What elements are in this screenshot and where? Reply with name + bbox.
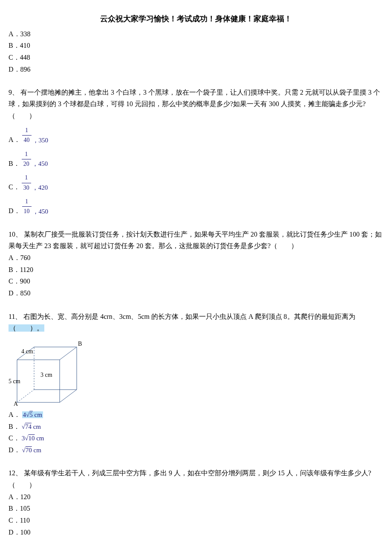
svg-text:4 cm: 4 cm (21, 348, 33, 355)
q11-c-letter: C． (9, 434, 20, 442)
q11-option-a: A． 4√5 cm (9, 409, 383, 420)
q10-option-d: D．850 (9, 288, 383, 299)
q10-option-a: A．760 (9, 252, 383, 263)
q11-blank: （ ）。 (9, 324, 44, 332)
q10-text: 10、 某制衣厂接受一批服装订货任务，按计划天数进行生产，如果每天平均生产 20… (9, 228, 383, 251)
svg-text:3 cm: 3 cm (40, 372, 52, 378)
frac-num: 1 (22, 150, 31, 159)
svg-line-9 (60, 347, 77, 360)
q11-d-formula: √70 cm (22, 447, 41, 454)
q9-c-letter: C． (9, 182, 20, 193)
question-11: 11、 右图为长、宽、高分别是 4crn、3cm、5cm 的长方体，如果一只小虫… (9, 311, 383, 456)
frac-num: 1 (22, 197, 32, 207)
q9-b-letter: B． (9, 158, 20, 169)
frac-den: 20 (22, 159, 31, 169)
q11-text: 11、 右图为长、宽、高分别是 4crn、3cm、5cm 的长方体，如果一只小虫… (9, 311, 383, 334)
fraction-icon: 1 20 (22, 150, 31, 169)
svg-text:5 cm: 5 cm (9, 378, 20, 384)
q8-option-d: D．896 (9, 64, 383, 75)
question-9: 9、 有一个摆地摊的摊主，他拿出 3 个白球，3 个黑球，放在一个袋子里，让人们… (9, 87, 383, 217)
q11-option-d: D． √70 cm (9, 445, 383, 456)
fraction-icon: 1 30 (22, 173, 31, 193)
q10-option-b: B．1120 (9, 264, 383, 275)
fraction-icon: 1 40 (22, 126, 32, 145)
q12-option-d: D．100 (9, 527, 383, 538)
svg-line-11 (17, 390, 34, 402)
q11-b-letter: B． (9, 423, 20, 430)
question-10: 10、 某制衣厂接受一批服装订货任务，按计划天数进行生产，如果每天平均生产 20… (9, 228, 383, 299)
q9-d-value: ，450 (32, 206, 49, 217)
q9-d-letter: D． (9, 205, 20, 217)
frac-num: 1 (22, 126, 32, 136)
q11-a-formula: 4√5 cm (22, 411, 43, 418)
svg-text:B: B (78, 341, 82, 347)
q9-c-value: ，420 (32, 182, 48, 193)
q9-a-letter: A． (9, 134, 20, 145)
cuboid-diagram: 4 cm 3 cm 5 cm A B (9, 336, 85, 407)
q9-option-c: C． 1 30 ，420 (9, 173, 383, 193)
q8-option-b: B．410 (9, 40, 383, 51)
q8-option-a: A．338 (9, 29, 383, 40)
frac-den: 40 (22, 136, 32, 145)
q9-b-value: ，450 (32, 159, 48, 169)
q9-option-a: A． 1 40 ，350 (9, 126, 383, 145)
q9-option-b: B． 1 20 ，450 (9, 150, 383, 169)
cuboid-svg: 4 cm 3 cm 5 cm A B (9, 336, 85, 407)
q11-option-b: B． √74 cm (9, 421, 383, 432)
q10-option-c: C．900 (9, 276, 383, 287)
frac-num: 1 (22, 173, 31, 183)
page-header: 云众祝大家学习愉快！考试成功！身体健康！家庭幸福！ (9, 13, 383, 25)
q12-option-b: B．105 (9, 503, 383, 514)
q11-d-letter: D． (9, 446, 20, 454)
q9-text: 9、 有一个摆地摊的摊主，他拿出 3 个白球，3 个黑球，放在一个袋子里，让人们… (9, 87, 383, 121)
question-12: 12、 某年级有学生若干人，列成三层中空方阵，多出 9 人，如在中空部分增列两层… (9, 467, 383, 538)
q11-text-main: 11、 右图为长、宽、高分别是 4crn、3cm、5cm 的长方体，如果一只小虫… (9, 313, 355, 320)
q9-a-value: ，350 (32, 135, 49, 145)
frac-den: 30 (22, 183, 31, 193)
q11-c-formula: 3√10 cm (22, 435, 44, 442)
svg-text:A: A (14, 401, 18, 407)
q12-option-a: A．120 (9, 491, 383, 503)
q12-option-c: C．110 (9, 515, 383, 526)
q11-a-letter: A． (9, 411, 20, 418)
q11-option-c: C． 3√10 cm (9, 433, 383, 444)
svg-line-10 (60, 390, 77, 402)
q11-b-formula: √74 cm (22, 423, 41, 430)
fraction-icon: 1 10 (22, 197, 32, 217)
frac-den: 10 (22, 207, 32, 216)
q12-text: 12、 某年级有学生若干人，列成三层中空方阵，多出 9 人，如在中空部分增列两层… (9, 467, 383, 490)
q9-option-d: D． 1 10 ，450 (9, 197, 383, 217)
q8-option-c: C．448 (9, 52, 383, 63)
